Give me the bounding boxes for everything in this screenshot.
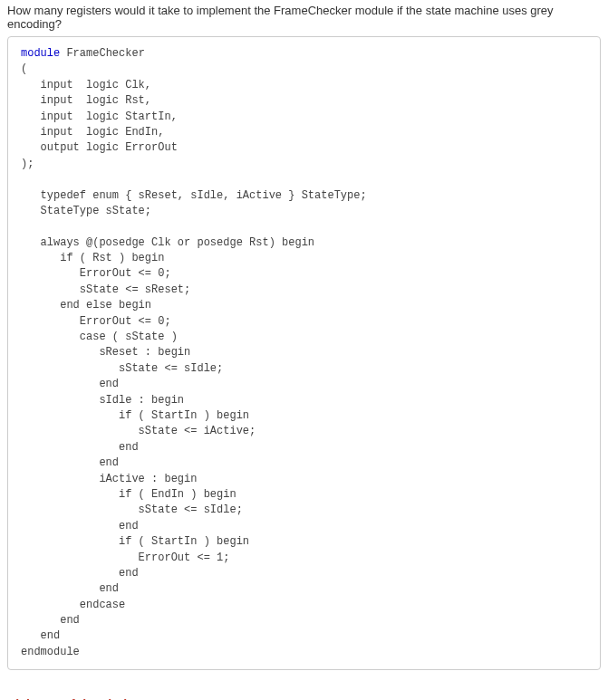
code-text: FrameChecker [60,47,145,60]
code-text: input logic [21,94,125,107]
code-text: end [21,441,139,454]
code-text: ( [21,62,27,75]
code-text: endcase [21,599,125,611]
code-text: ErrorOut [125,141,178,154]
code-text: end [21,520,139,532]
code-text: ); [21,158,34,170]
code-text: sReset : begin [21,346,190,359]
code-text: end else begin [21,299,151,312]
code-text: Clk, [125,79,151,91]
code-text: ErrorOut <= 0; [21,315,171,328]
code-text: if ( StartIn ) begin [21,409,249,422]
code-block: module FrameChecker ( input logic Clk, i… [7,36,601,670]
code-text: endmodule [21,646,80,658]
code-text: input logic [21,79,125,91]
code-text: StateType sState; [21,205,151,217]
code-text: if ( StartIn ) begin [21,535,249,548]
code-text: always @(posedge Clk or posedge Rst) beg… [21,236,314,249]
code-text: EndIn, [125,126,164,139]
code-text: typedef enum { sReset, sIdle, iActive } … [21,189,367,202]
code-text: StartIn, [125,110,178,123]
code-text: sState <= sReset; [21,283,190,296]
code-text: sState <= sIdle; [21,362,223,375]
code-text: ErrorOut <= 0; [21,267,171,280]
code-text: output logic [21,141,125,154]
code-text: input logic [21,110,125,123]
code-text: end [21,629,60,642]
code-text: if ( EndIn ) begin [21,488,236,501]
code-text: case ( sState ) [21,331,178,343]
code-text: Rst, [125,94,151,107]
code-text: end [21,456,119,469]
code-text: end [21,378,119,390]
code-text: end [21,614,80,627]
code-keyword: module [21,47,60,60]
code-text: sState <= sIdle; [21,503,243,516]
code-text: if ( Rst ) begin [21,252,164,264]
code-text: iActive : begin [21,473,197,485]
code-text: end [21,582,119,595]
code-text: end [21,567,139,580]
code-text: sState <= iActive; [21,425,256,437]
question-text: How many registers would it take to impl… [7,4,601,31]
code-text: sIdle : begin [21,394,184,407]
code-text: ErrorOut <= 1; [21,551,229,564]
code-text: input logic [21,126,125,139]
